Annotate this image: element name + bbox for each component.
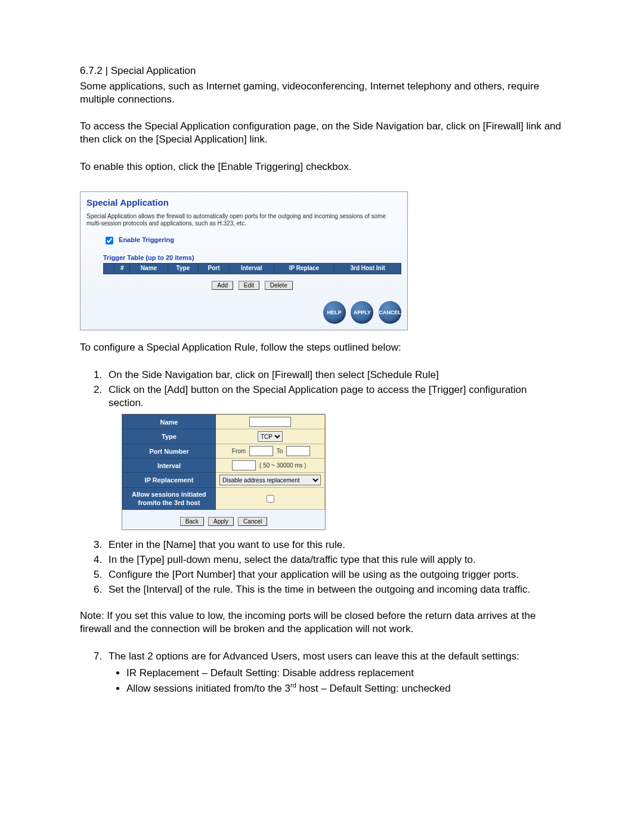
col-ipreplace: IP Replace	[274, 263, 334, 274]
row-port-label: Port Number	[123, 444, 216, 459]
bullet-2: Allow sessions initiated from/to the 3rd…	[126, 681, 564, 695]
panel-description: Special Application allows the firewall …	[86, 213, 401, 228]
enable-triggering-checkbox[interactable]	[106, 237, 113, 244]
row-interval-label: Interval	[123, 459, 216, 473]
row-iprep-label: IP Replacement	[123, 473, 216, 488]
to-label: To	[277, 448, 283, 454]
name-input[interactable]	[249, 417, 291, 427]
row-allow3rd-label: Allow sessions initiated from/to the 3rd…	[123, 488, 216, 510]
interval-hint: ( 50 ~ 30000 ms )	[259, 462, 306, 469]
intro-para-3: To enable this option, click the [Enable…	[80, 160, 564, 174]
interval-input[interactable]	[232, 460, 256, 470]
col-index: #	[114, 263, 130, 274]
port-from-input[interactable]	[249, 446, 273, 456]
row-name-label: Name	[123, 415, 216, 429]
edit-button[interactable]: Edit	[239, 281, 259, 290]
add-button[interactable]: Add	[212, 281, 233, 290]
section-heading: 6.7.2 | Special Application	[80, 64, 564, 78]
step-7: The last 2 options are for Advanced User…	[105, 650, 564, 663]
panel-title: Special Application	[86, 197, 401, 208]
iprep-select[interactable]: Disable address replacement	[219, 475, 321, 485]
col-type: Type	[168, 263, 199, 274]
trigger-table: # Name Type Port Interval IP Replace 3rd…	[103, 263, 401, 274]
col-3rdhost: 3rd Host Init	[335, 263, 401, 274]
trigger-table-title: Trigger Table (up to 20 items)	[103, 253, 401, 262]
delete-button[interactable]: Delete	[265, 281, 293, 290]
row-type-label: Type	[123, 429, 216, 444]
special-app-panel: Special Application Special Application …	[80, 191, 408, 331]
type-select[interactable]: TCP	[258, 431, 283, 442]
configure-intro: To configure a Special Application Rule,…	[80, 341, 564, 354]
step-2: Click on the [Add] button on the Special…	[105, 383, 564, 410]
trigger-form-panel: Name Type TCP Port Number From To	[122, 414, 326, 530]
note-para: Note: If you set this value to low, the …	[80, 609, 564, 636]
cancel-button[interactable]: CANCEL	[379, 301, 401, 324]
form-cancel-button[interactable]: Cancel	[238, 517, 267, 526]
enable-triggering-label: Enable Triggering	[119, 236, 174, 243]
allow-3rd-checkbox[interactable]	[267, 495, 274, 503]
port-to-input[interactable]	[286, 446, 310, 456]
form-back-button[interactable]: Back	[180, 517, 204, 526]
step-1: On the Side Navigation bar, click on [Fi…	[105, 368, 564, 382]
col-name: Name	[130, 263, 168, 274]
col-port: Port	[199, 263, 230, 274]
col-interval: Interval	[229, 263, 274, 274]
from-label: From	[232, 448, 246, 454]
step-4: In the [Type] pull-down menu, select the…	[105, 553, 564, 566]
apply-button[interactable]: APPLY	[351, 301, 373, 324]
intro-para-2: To access the Special Application config…	[80, 120, 564, 146]
step-6: Set the [Interval] of the rule. This is …	[105, 583, 564, 596]
step-3: Enter in the [Name] that you want to use…	[105, 538, 564, 552]
intro-para-1: Some applications, such as Internet gami…	[80, 80, 564, 106]
form-apply-button[interactable]: Apply	[208, 517, 234, 526]
bullet-1: IR Replacement – Default Setting: Disabl…	[126, 667, 564, 680]
help-button[interactable]: HELP	[323, 301, 346, 324]
step-5: Configure the [Port Number] that your ap…	[105, 568, 564, 581]
